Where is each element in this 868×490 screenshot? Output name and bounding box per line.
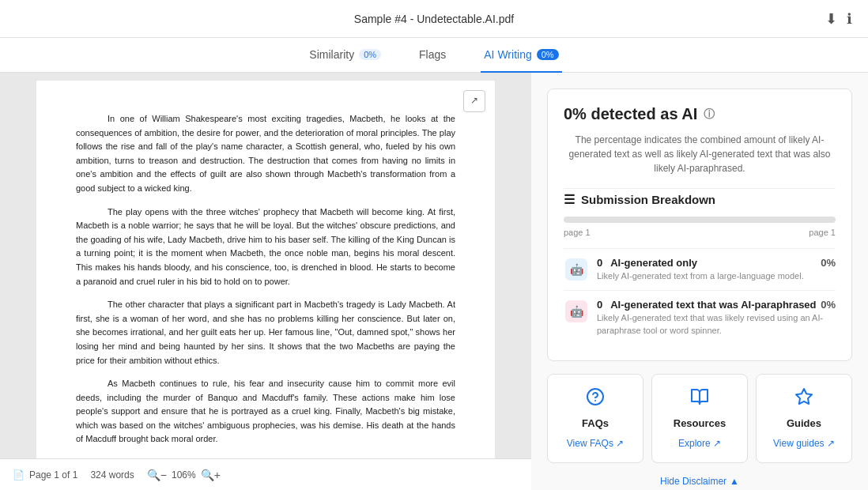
faqs-icon (560, 387, 630, 411)
ai-only-desc: Likely AI-generated text from a large-la… (597, 270, 836, 282)
expand-icon: ↗ (470, 93, 478, 108)
word-count: 324 words (90, 469, 134, 481)
zoom-in-button[interactable]: 🔍+ (201, 469, 221, 481)
ai-paraphrased-title: 0 AI-generated text that was AI-paraphra… (597, 299, 817, 311)
page-icon: 📄 (13, 469, 25, 481)
breakdown-title: ☰ Submission Breakdown (564, 192, 836, 207)
main-layout: ↗ In one of William Shakespeare's most e… (0, 73, 868, 490)
pdf-paragraph-3: The other character that plays a signifi… (76, 298, 455, 368)
ai-only-icon: 🤖 (564, 257, 589, 282)
ai-result-title: 0% detected as AI ⓘ (564, 105, 836, 123)
help-card-guides[interactable]: Guides View guides ↗ (756, 374, 852, 463)
info-icon[interactable]: ℹ (847, 10, 852, 28)
breakdown-title-text: Submission Breakdown (581, 193, 715, 206)
svg-marker-2 (796, 389, 812, 404)
ai-only-title: 0 AI-generated only (597, 257, 697, 269)
disclaimer-arrow: ▲ (730, 476, 739, 487)
robot-icon-1: 🤖 (565, 258, 587, 281)
pdf-paragraph-1: In one of William Shakespeare's most exc… (76, 112, 455, 196)
download-icon[interactable]: ⬇ (825, 10, 837, 28)
ai-only-label: AI-generated only (610, 257, 697, 269)
zoom-level: 106% (172, 469, 196, 481)
breakdown-item-ai-paraphrased: 🤖 0 AI-generated text that was AI-paraph… (564, 290, 836, 345)
breakdown-bar-container (564, 217, 836, 223)
page-label: Page 1 of 1 (29, 469, 77, 481)
resources-link[interactable]: Explore ↗ (678, 438, 721, 449)
ai-paraphrased-label: AI-generated text that was AI-paraphrase… (610, 299, 816, 311)
pdf-bottom-bar: 📄 Page 1 of 1 324 words 🔍− 106% 🔍+ (0, 458, 531, 490)
help-card-resources[interactable]: Resources Explore ↗ (651, 374, 748, 463)
pdf-paragraph-4: As Macbeth continues to rule, his fear a… (76, 377, 455, 447)
pdf-page: ↗ In one of William Shakespeare's most e… (36, 81, 495, 490)
breakdown-page-left: page 1 (564, 228, 591, 237)
resources-icon (665, 387, 734, 411)
ai-only-header: 0 AI-generated only 0% (597, 257, 836, 269)
guides-title: Guides (769, 417, 839, 429)
guides-link[interactable]: View guides ↗ (773, 438, 835, 449)
help-card-faqs[interactable]: FAQs View FAQs ↗ (547, 374, 643, 463)
ai-only-pct: 0% (821, 257, 836, 269)
breakdown-list-icon: ☰ (564, 192, 575, 207)
tab-similarity-badge: 0% (359, 49, 381, 60)
ai-paraphrased-desc: Likely AI-generated text that was likely… (597, 312, 836, 337)
page-info: 📄 Page 1 of 1 (13, 469, 77, 481)
ai-paraphrased-content: 0 AI-generated text that was AI-paraphra… (597, 299, 836, 337)
breakdown-item-ai-only: 🤖 0 AI-generated only 0% Likely AI-gener… (564, 248, 836, 290)
ai-result-percentage: 0% detected as AI (564, 105, 697, 123)
top-bar-actions: ⬇ ℹ (825, 10, 852, 28)
zoom-out-button[interactable]: 🔍− (147, 469, 167, 481)
ai-result-info-icon[interactable]: ⓘ (704, 107, 715, 122)
ai-result-card: 0% detected as AI ⓘ The percentage indic… (547, 89, 852, 361)
tab-ai-writing[interactable]: AI Writing 0% (481, 38, 561, 73)
divider-1 (564, 188, 836, 189)
ai-paraphrased-header: 0 AI-generated text that was AI-paraphra… (597, 299, 836, 311)
tab-ai-writing-badge: 0% (537, 49, 559, 60)
tab-ai-writing-label: AI Writing (484, 48, 531, 61)
document-title: Sample #4 - Undetectable.AI.pdf (354, 13, 514, 25)
pdf-paragraph-2: The play opens with the three witches' p… (76, 205, 455, 289)
disclaimer[interactable]: Hide Disclaimer ▲ (547, 476, 852, 487)
zoom-controls: 🔍− 106% 🔍+ (147, 469, 221, 481)
resources-title: Resources (665, 417, 734, 429)
faqs-title: FAQs (560, 417, 630, 429)
ai-result-description: The percentage indicates the combined am… (564, 133, 836, 175)
faqs-link[interactable]: View FAQs ↗ (567, 438, 624, 449)
tab-flags-label: Flags (419, 48, 446, 61)
pdf-panel: ↗ In one of William Shakespeare's most e… (0, 73, 531, 490)
tab-similarity-label: Similarity (309, 48, 354, 61)
breakdown-labels: page 1 page 1 (564, 228, 836, 237)
disclaimer-label: Hide Disclaimer (660, 476, 726, 487)
ai-only-content: 0 AI-generated only 0% Likely AI-generat… (597, 257, 836, 282)
expand-button[interactable]: ↗ (463, 90, 485, 112)
ai-paraphrased-icon: 🤖 (564, 299, 589, 324)
right-panel: 0% detected as AI ⓘ The percentage indic… (531, 73, 868, 490)
ai-paraphrased-pct: 0% (821, 299, 836, 311)
guides-icon (769, 387, 839, 411)
ai-paraphrased-count: 0 (597, 299, 602, 311)
top-bar: Sample #4 - Undetectable.AI.pdf ⬇ ℹ (0, 0, 868, 38)
tab-bar: Similarity 0% Flags AI Writing 0% (0, 38, 868, 73)
ai-only-count: 0 (597, 257, 602, 269)
help-cards: FAQs View FAQs ↗ Resources Explore ↗ Gui… (547, 374, 852, 463)
robot-icon-2: 🤖 (565, 300, 587, 322)
breakdown-page-right: page 1 (809, 228, 836, 237)
tab-flags[interactable]: Flags (416, 38, 449, 73)
tab-similarity[interactable]: Similarity 0% (306, 38, 384, 73)
